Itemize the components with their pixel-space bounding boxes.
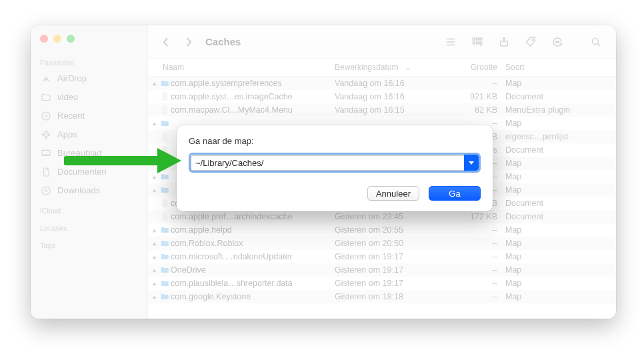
file-name: com.microsoft.…ndaloneUpdater — [171, 252, 335, 261]
file-size: -- — [455, 265, 505, 275]
back-button[interactable] — [157, 33, 175, 51]
file-date: Gisteren om 20:50 — [335, 239, 455, 248]
sidebar-item-documents[interactable]: Documenten — [31, 163, 147, 181]
sidebar-item-apps[interactable]: Apps — [31, 125, 147, 144]
share-button[interactable] — [493, 33, 515, 51]
tag-button[interactable] — [520, 33, 541, 51]
table-row[interactable]: com.apple.syst…es.imageCacheVandaag om 1… — [148, 90, 616, 103]
sidebar-heading-icloud: iCloud — [31, 200, 147, 217]
column-header-size[interactable]: Grootte — [455, 63, 505, 72]
document-icon — [159, 105, 171, 115]
column-headers: Naam Bewerkingsdatum⌄ Grootte Soort — [148, 59, 616, 77]
disclosure-triangle-icon[interactable]: ▸ — [151, 160, 159, 167]
cancel-button[interactable]: Annuleer — [367, 186, 419, 201]
table-row[interactable]: ▸com.microsoft.…ndaloneUpdaterGisteren o… — [148, 250, 616, 263]
table-row[interactable]: ▸com.apple.helpdGisteren om 20:55--Map — [148, 223, 616, 237]
column-header-name[interactable]: Naam — [163, 63, 335, 72]
column-header-kind[interactable]: Soort — [505, 63, 616, 72]
sidebar-item-video[interactable]: video — [31, 88, 147, 107]
file-date: Gisteren om 19:17 — [335, 252, 455, 261]
window-controls — [31, 31, 147, 52]
folder-icon — [159, 239, 171, 248]
disclosure-triangle-icon[interactable]: ▸ — [151, 267, 159, 274]
folder-icon — [159, 185, 171, 195]
folder-icon — [159, 279, 171, 288]
disclosure-triangle-icon[interactable]: ▸ — [151, 253, 159, 261]
table-row[interactable]: com.apple.pref…archindexcacheGisteren om… — [148, 210, 616, 223]
dialog-label: Ga naar de map: — [189, 136, 481, 146]
sidebar-item-desktop[interactable]: Bureaublad — [31, 144, 147, 163]
file-kind: Map — [505, 265, 616, 275]
table-row[interactable]: ▸com.google.KeystoneGisteren om 18:18--M… — [148, 290, 616, 303]
table-row[interactable]: ▸com.plausiblela…shreporter.dataGisteren… — [148, 277, 616, 290]
sidebar-item-label: Bureaublad — [57, 147, 102, 160]
disclosure-triangle-icon[interactable]: ▸ — [151, 280, 159, 287]
file-kind: Map — [505, 159, 616, 168]
file-size: -- — [455, 239, 505, 248]
disclosure-triangle-icon[interactable]: ▸ — [151, 187, 159, 194]
table-row[interactable]: com.macpaw.Cl…MyMac4.MenuVandaag om 16:1… — [148, 103, 616, 117]
sidebar-heading-locations: Locaties — [31, 217, 147, 235]
folder-icon — [159, 172, 171, 181]
file-date: Gisteren om 20:55 — [335, 225, 455, 235]
view-list-button[interactable] — [440, 33, 461, 51]
clock-icon — [40, 110, 52, 122]
sidebar: Favorieten AirDrop video Recent Apps — [31, 25, 148, 319]
file-kind: Map — [505, 172, 616, 181]
folder-icon — [159, 225, 171, 235]
file-name: com.apple.syst…es.imageCache — [171, 92, 335, 101]
file-kind: Document — [505, 199, 616, 208]
svg-point-11 — [532, 39, 533, 41]
sidebar-item-recent[interactable]: Recent — [31, 107, 147, 125]
path-input[interactable] — [191, 155, 464, 171]
folder-icon — [40, 91, 52, 103]
sidebar-item-label: Downloads — [57, 184, 100, 197]
sidebar-item-label: Documenten — [57, 165, 107, 179]
disclosure-triangle-icon[interactable]: ▸ — [151, 227, 159, 234]
table-row[interactable]: ▸OneDriveGisteren om 19:17--Map — [148, 263, 616, 277]
disclosure-triangle-icon[interactable]: ▸ — [151, 293, 159, 301]
document-icon — [159, 212, 171, 221]
file-kind: Map — [505, 119, 616, 128]
file-kind: Map — [505, 239, 616, 248]
file-size: 82 KB — [455, 105, 505, 115]
file-size: 921 KB — [455, 92, 505, 101]
search-button[interactable] — [585, 33, 607, 51]
history-dropdown-button[interactable] — [464, 155, 479, 171]
sidebar-heading-favorites: Favorieten — [31, 52, 147, 69]
document-icon — [40, 166, 52, 178]
table-row[interactable]: ▸com.Roblox.RobloxGisteren om 20:50--Map — [148, 237, 616, 250]
sidebar-item-label: Apps — [57, 128, 77, 141]
file-kind: Document — [505, 212, 616, 221]
sidebar-item-label: Recent — [57, 109, 85, 123]
disclosure-triangle-icon[interactable]: ▸ — [151, 80, 159, 87]
minimize-window-button[interactable] — [53, 35, 61, 43]
table-row[interactable]: ▸com.apple.systempreferencesVandaag om 1… — [148, 77, 616, 90]
folder-icon — [159, 252, 171, 261]
sidebar-item-downloads[interactable]: Downloads — [31, 181, 147, 200]
action-menu-button[interactable] — [547, 33, 568, 51]
svg-rect-4 — [473, 38, 475, 40]
zoom-window-button[interactable] — [67, 35, 75, 43]
document-icon — [159, 92, 171, 101]
file-date: Gisteren om 19:17 — [335, 279, 455, 288]
disclosure-triangle-icon[interactable]: ▸ — [151, 240, 159, 247]
file-date: Gisteren om 18:18 — [335, 292, 455, 301]
svg-point-13 — [555, 41, 556, 42]
folder-icon — [159, 159, 171, 168]
svg-rect-8 — [477, 42, 479, 44]
desktop-icon — [40, 147, 52, 159]
file-date: Vandaag om 16:16 — [335, 79, 455, 88]
group-by-button[interactable] — [467, 33, 488, 51]
disclosure-triangle-icon[interactable]: ▸ — [151, 120, 159, 127]
sidebar-item-airdrop[interactable]: AirDrop — [31, 69, 147, 88]
column-header-date[interactable]: Bewerkingsdatum⌄ — [335, 63, 455, 72]
file-date: Vandaag om 16:16 — [335, 92, 455, 101]
path-field-wrap — [189, 153, 481, 173]
forward-button[interactable] — [180, 33, 197, 51]
disclosure-triangle-icon[interactable]: ▸ — [151, 173, 159, 181]
svg-rect-9 — [480, 42, 482, 44]
file-name: com.plausiblela…shreporter.data — [171, 279, 335, 288]
close-window-button[interactable] — [40, 35, 48, 43]
go-button[interactable]: Ga — [429, 186, 481, 201]
